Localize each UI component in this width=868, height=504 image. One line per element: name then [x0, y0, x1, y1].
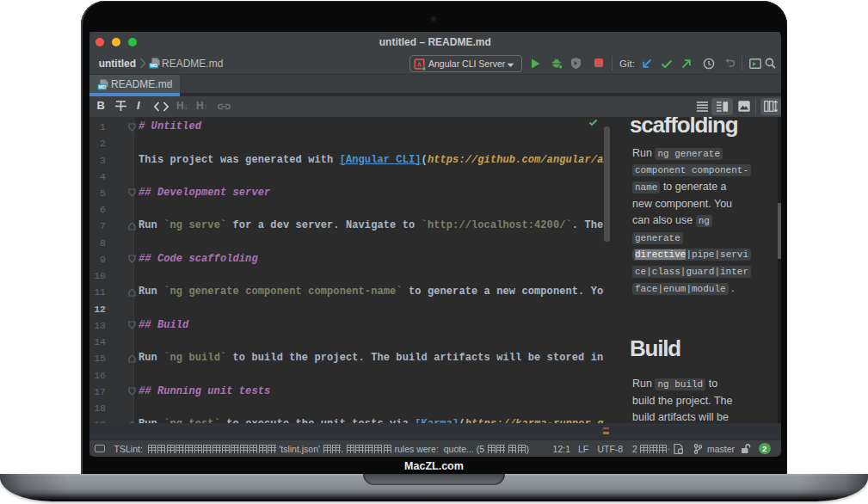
- svg-text:MD: MD: [150, 63, 157, 68]
- svg-text:MD: MD: [98, 84, 105, 89]
